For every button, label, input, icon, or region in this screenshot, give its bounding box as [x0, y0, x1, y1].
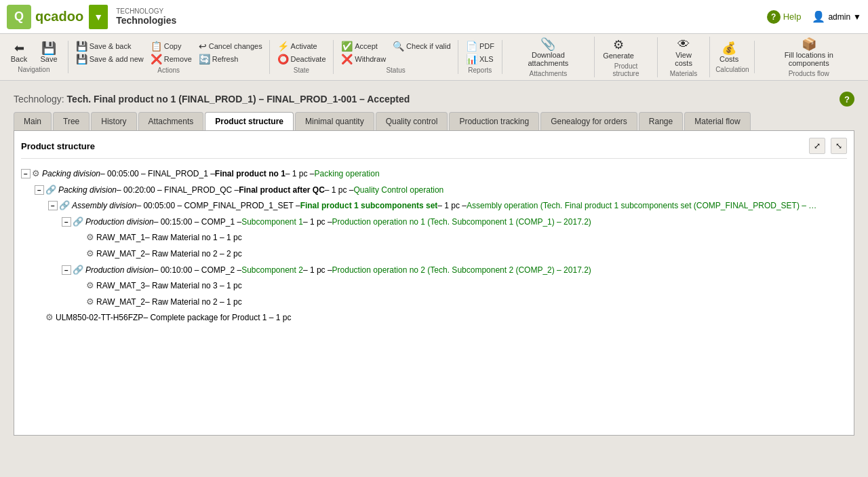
download-attachments-button[interactable]: 📎 Download attachments — [508, 37, 589, 69]
xls-label: XLS — [479, 55, 494, 63]
tab-range[interactable]: Range — [639, 112, 683, 130]
panel-collapse-button[interactable]: ⤡ — [831, 138, 847, 154]
toolbar-attachments-group: 📎 Download attachments Attachments — [502, 37, 595, 77]
admin-area[interactable]: 👤 admin ▼ — [812, 10, 861, 23]
refresh-button[interactable]: 🔄 Refresh — [197, 53, 264, 65]
save-back-button[interactable]: 💾 Save & back — [74, 40, 146, 52]
toolbar-state-group: ⚡ Activate ⭕ Deactivate State — [270, 40, 334, 74]
tab-attachments[interactable]: Attachments — [138, 112, 204, 130]
tab-quality-control[interactable]: Quality control — [376, 112, 448, 130]
tree-text-part: RAW_MAT_2 — [96, 247, 145, 262]
tree-text-part: Production division — [85, 263, 154, 278]
tree-text-part: – 1 pc – — [325, 183, 354, 198]
costs-label: Costs — [719, 55, 738, 63]
tree-text-part: Production operation no 1 (Tech. Subcomp… — [332, 215, 591, 230]
view-costs-button[interactable]: 👁 View costs — [663, 37, 704, 69]
back-button[interactable]: ⬅ Back — [5, 41, 33, 64]
withdraw-icon: ❌ — [341, 54, 353, 64]
refresh-label: Refresh — [212, 55, 239, 63]
withdraw-button[interactable]: ❌ Withdraw — [339, 53, 388, 65]
tabs-bar: MainTreeHistoryAttachmentsProduct struct… — [7, 112, 861, 130]
accept-label: Accept — [355, 42, 378, 50]
top-header: Q qcadoo ▼ TECHNOLOGY Technologies ? Hel… — [0, 0, 868, 34]
tab-production-tracking[interactable]: Production tracking — [449, 112, 539, 130]
generate-button[interactable]: ⚙ Generate — [600, 37, 637, 61]
remove-button[interactable]: ❌ Remove — [149, 53, 194, 65]
products-flow-group-label: Products flow — [760, 70, 857, 77]
tree-text-part: – 00:10:00 – COMP_2 – — [154, 263, 241, 278]
help-button[interactable]: ? Help — [767, 10, 802, 24]
tree-toggle[interactable]: − — [62, 217, 71, 227]
tree-text-part: – 1 pc – — [303, 263, 332, 278]
copy-button[interactable]: 📋 Copy — [149, 40, 194, 52]
deactivate-button[interactable]: ⭕ Deactivate — [275, 53, 328, 65]
panel-expand-button[interactable]: ⤢ — [809, 138, 825, 154]
admin-icon: 👤 — [812, 10, 825, 23]
tree-row: −🔗Packing division – 00:20:00 – FINAL_PR… — [21, 182, 847, 198]
costs-button[interactable]: 💰 Costs — [715, 41, 743, 64]
accept-button[interactable]: ✅ Accept — [339, 40, 388, 52]
activate-icon: ⚡ — [277, 41, 289, 52]
toolbar-status-buttons: ✅ Accept ❌ Withdraw 🔍 Check if valid — [339, 40, 452, 65]
tree-text-part: – Raw Material no 2 – 1 pc — [145, 295, 242, 310]
tab-main[interactable]: Main — [14, 112, 52, 130]
fill-locations-button[interactable]: 📦 Fill locations in components — [760, 37, 857, 69]
tab-minimal-quantity[interactable]: Minimal quantity — [295, 112, 374, 130]
remove-label: Remove — [164, 55, 192, 63]
save-add-new-label: Save & add new — [90, 55, 144, 63]
deactivate-icon: ⭕ — [277, 54, 289, 64]
tab-genealogy-for-orders[interactable]: Genealogy for orders — [540, 112, 637, 130]
activate-button[interactable]: ⚡ Activate — [275, 40, 328, 52]
tab-history[interactable]: History — [91, 112, 136, 130]
app-dropdown-button[interactable]: ▼ — [89, 5, 108, 29]
accept-icon: ✅ — [341, 41, 353, 52]
toolbar-navigation-buttons: ⬅ Back 💾 Save — [5, 41, 62, 64]
tree-toggle[interactable]: − — [21, 169, 31, 178]
tab-material-flow[interactable]: Material flow — [684, 112, 750, 130]
fill-locations-label: Fill locations in components — [763, 51, 854, 67]
tree-toggle[interactable]: − — [35, 185, 44, 195]
check-if-valid-button[interactable]: 🔍 Check if valid — [391, 40, 452, 52]
generate-label: Generate — [603, 52, 634, 60]
materials-group-label: Materials — [663, 70, 704, 77]
xls-icon: 📊 — [466, 54, 477, 64]
download-attachments-icon: 📎 — [540, 38, 555, 50]
tree-toggle[interactable]: − — [48, 201, 58, 210]
tree-text-part: RAW_MAT_1 — [96, 231, 145, 246]
tree-text-part: – 00:05:00 – COMP_FINAL_PROD_1_SET – — [136, 199, 300, 214]
tree-text-part: – Complete package for Product 1 – 1 pc — [143, 311, 291, 326]
cancel-changes-button[interactable]: ↩ Cancel changes — [197, 40, 264, 52]
tree-text-part: – 00:05:00 – FINAL_PROD_1 – — [100, 167, 215, 182]
tree-row: ⚙ULM850-02-TT-H56FZP – Complete package … — [21, 309, 847, 326]
tree-text-part: – Raw Material no 3 – 1 pc — [145, 279, 242, 294]
panel-title: Product structure — [21, 141, 804, 151]
tree-text-part: Subcomponent 2 — [241, 263, 303, 278]
tree-text-part: Production operation no 2 (Tech. Subcomp… — [332, 263, 591, 278]
tree-text-part: Packing operation — [315, 167, 380, 182]
refresh-icon: 🔄 — [199, 54, 210, 64]
pdf-label: PDF — [479, 42, 494, 50]
toolbar-calculation-group: 💰 Costs Calculation — [710, 41, 755, 73]
help-label: Help — [783, 12, 802, 22]
help-circle-button[interactable]: ? — [840, 92, 854, 107]
pdf-button[interactable]: 📄 PDF — [464, 40, 496, 52]
toolbar-attachments-buttons: 📎 Download attachments — [508, 37, 589, 69]
xls-button[interactable]: 📊 XLS — [464, 53, 496, 65]
calculation-group-label: Calculation — [715, 66, 749, 73]
tree-text-part: Packing division — [58, 183, 117, 198]
save-add-new-button[interactable]: 💾 Save & add new — [74, 53, 146, 65]
remove-icon: ❌ — [151, 54, 162, 64]
tree-text-part: Packing division — [42, 167, 100, 182]
tab-product-structure[interactable]: Product structure — [205, 112, 294, 130]
tree-text-part: RAW_MAT_2 — [96, 295, 145, 310]
tree-toggle[interactable]: − — [62, 265, 71, 275]
gear-icon: ⚙ — [86, 294, 94, 309]
tree-text-part: Final product 1 subcomponents set — [300, 199, 438, 214]
page-title-value: Tech. Final product no 1 (FINAL_PROD_1) … — [67, 94, 410, 104]
save-button[interactable]: 💾 Save — [35, 41, 62, 64]
back-icon: ⬅ — [14, 42, 24, 54]
tab-tree[interactable]: Tree — [53, 112, 90, 130]
content-area: Technology: Tech. Final product no 1 (FI… — [0, 81, 868, 477]
tree-text-part: – 1 pc – — [303, 215, 332, 230]
toolbar: ⬅ Back 💾 Save Navigation 💾 Save & back 💾… — [0, 34, 868, 81]
